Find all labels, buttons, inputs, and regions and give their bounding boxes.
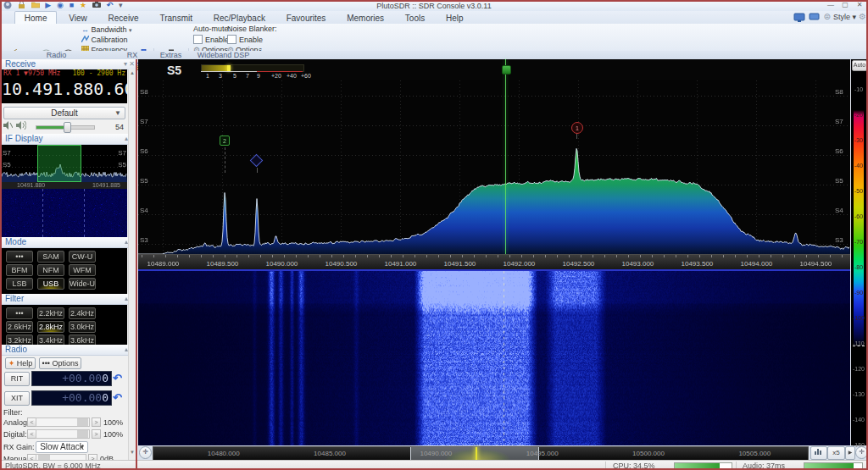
tab-memories[interactable]: Memories <box>337 12 393 24</box>
rit-button[interactable]: RIT <box>4 372 30 386</box>
digital-slider[interactable] <box>36 429 90 439</box>
nav-frequency-label: 10485.000 <box>314 450 346 457</box>
tab-tools[interactable]: Tools <box>396 12 434 24</box>
filter-button-24[interactable]: 2.4kHz <box>69 307 96 319</box>
nav-histogram-button[interactable] <box>810 446 827 460</box>
mute-icon[interactable] <box>3 122 13 131</box>
axis-tick <box>438 255 439 257</box>
style-button[interactable]: Style ▾ <box>833 13 856 21</box>
palette-ref-tick[interactable] <box>853 346 865 346</box>
axis-tick <box>771 255 771 257</box>
analog-slider-thumb[interactable] <box>77 418 88 426</box>
digital-right-arrow[interactable]: > <box>92 429 101 439</box>
digital-slider-thumb[interactable] <box>77 430 88 438</box>
frequency-axis-label: 10490.000 <box>265 260 298 268</box>
scroll-up-icon[interactable]: ▲ <box>130 70 135 75</box>
s-scale-left: S8S7S6S5S4S3 <box>140 80 153 254</box>
mode-button-cwu[interactable]: CW-U <box>69 251 96 263</box>
analog-value: 100% <box>103 418 123 427</box>
filter-header[interactable]: Filter▴ <box>2 294 131 305</box>
panel-collapse-icon[interactable]: ▾ <box>124 60 127 68</box>
speaker-icon[interactable] <box>16 121 26 131</box>
filter-button-more[interactable]: ••• <box>6 307 33 319</box>
options-button[interactable]: ••• Options <box>39 357 81 369</box>
mode-button-lsb[interactable]: LSB <box>6 278 33 290</box>
rit-reset-icon[interactable]: ↶ <box>113 373 122 384</box>
axis-tick <box>474 255 475 257</box>
minimize-button[interactable]: — <box>824 1 837 9</box>
mode-header[interactable]: Mode▴ <box>2 237 131 248</box>
nav-scale[interactable]: 10480.00010485.00010490.00010495.0001050… <box>153 446 809 461</box>
tab-transmit[interactable]: Transmit <box>150 12 202 24</box>
tune-line[interactable] <box>505 59 506 254</box>
tuned-frequency-value[interactable]: 10.491.880.600 <box>2 78 127 100</box>
tab-rec-playback[interactable]: Rec/Playback <box>204 12 275 24</box>
mode-button-bfm[interactable]: BFM <box>6 264 33 276</box>
group-wideband-dsp: Wideband DSP <box>188 51 259 59</box>
monitor2-icon[interactable] <box>809 13 820 23</box>
volume-slider-thumb[interactable] <box>64 122 71 133</box>
if-spectrum[interactable]: S7 S5 S7 S5 <box>2 145 127 182</box>
mode-button-wideu[interactable]: Wide-U <box>69 278 96 290</box>
close-button[interactable]: ✕ <box>853 1 866 9</box>
tab-view[interactable]: View <box>59 12 97 24</box>
analog-right-arrow[interactable]: > <box>92 417 101 427</box>
waterfall[interactable] <box>138 269 850 447</box>
mode-button-wfm[interactable]: WFM <box>69 264 96 276</box>
nav-play-button[interactable]: ▶ <box>845 446 855 460</box>
help-button[interactable]: ✦ Help <box>5 357 36 369</box>
spectrum-canvas[interactable] <box>138 80 850 254</box>
filter-button-30[interactable]: 3.0kHz <box>69 321 96 333</box>
palette-auto-button[interactable]: Auto <box>852 60 867 71</box>
bandwidth-button[interactable]: ↔ Bandwidth ▾ <box>81 25 132 36</box>
volume-slider[interactable] <box>36 125 95 130</box>
noise-blanker-enable-checkbox[interactable]: Enable <box>227 35 263 45</box>
nav-pan-right-icon[interactable]: ✛ <box>855 446 868 459</box>
xit-button[interactable]: XIT <box>4 391 30 406</box>
signal-marker-1[interactable]: 1 <box>571 122 583 134</box>
theme-icon[interactable]: ⊜ <box>824 12 831 21</box>
calibration-button[interactable]: Calibration <box>81 36 128 46</box>
panel-splitter[interactable] <box>136 59 137 468</box>
signal-marker-2[interactable]: 2 <box>220 135 230 146</box>
xit-reset-icon[interactable]: ↶ <box>113 392 122 403</box>
tab-receive[interactable]: Receive <box>99 12 148 24</box>
frequency-axis-label: 10489.500 <box>206 260 238 268</box>
nav-pan-left-icon[interactable]: ✛ <box>139 446 152 459</box>
tab-help[interactable]: Help <box>437 12 473 24</box>
frequency-axis[interactable]: 10489.00010489.50010490.00010490.5001049… <box>138 254 850 270</box>
filter-button-22[interactable]: 2.2kHz <box>37 307 64 319</box>
analog-slider[interactable] <box>36 417 90 427</box>
frequency-lcd[interactable]: RX 1 ▼9750 MHz100 - 2900 Hz 10.491.880.6… <box>2 69 127 103</box>
automute-enable-checkbox[interactable]: Enable <box>193 35 229 45</box>
maximize-button[interactable]: ▢ <box>838 1 852 9</box>
monitor-icon[interactable] <box>793 13 805 24</box>
if-display-header[interactable]: IF Display▴ <box>2 134 131 145</box>
palette-level-label: -50 <box>851 188 866 194</box>
mode-button-usb[interactable]: USB <box>37 278 64 290</box>
settings-gear-icon[interactable]: ⚙ <box>859 12 866 21</box>
scroll-down-icon[interactable]: ▼ <box>130 450 135 455</box>
palette-level-label: -40 <box>851 163 866 169</box>
filter-button-28[interactable]: 2.8kHz <box>37 321 64 333</box>
window-title: PlutoSDR :: SDR Console v3.0.11 <box>0 2 868 10</box>
axis-tick <box>177 255 178 257</box>
mode-button-nfm[interactable]: NFM <box>37 264 64 276</box>
if-waterfall[interactable] <box>2 189 127 237</box>
profile-dropdown[interactable]: Default▼ <box>3 107 125 119</box>
mode-button-sam[interactable]: SAM <box>37 251 64 263</box>
tab-home[interactable]: Home <box>14 11 58 24</box>
radio-header[interactable]: Radio▴ <box>2 345 131 356</box>
tune-marker-icon[interactable] <box>502 65 511 75</box>
rx-gain-dropdown[interactable]: Slow Attack▾ <box>36 441 88 453</box>
mode-button-more[interactable]: ••• <box>6 251 33 263</box>
if-s-label: S5 <box>3 161 11 169</box>
rit-value[interactable]: +00.000 <box>31 371 112 386</box>
tab-favourites[interactable]: Favourites <box>277 12 336 24</box>
palette-gradient[interactable] <box>854 72 864 444</box>
panel-close-icon[interactable]: ✕ <box>129 60 135 68</box>
nav-zoom-button[interactable]: x5 <box>827 446 845 460</box>
xit-value[interactable]: +00.000 <box>31 390 112 406</box>
audio-label: Audio: 37ms <box>743 462 785 470</box>
filter-button-26[interactable]: 2.6kHz <box>6 321 33 333</box>
